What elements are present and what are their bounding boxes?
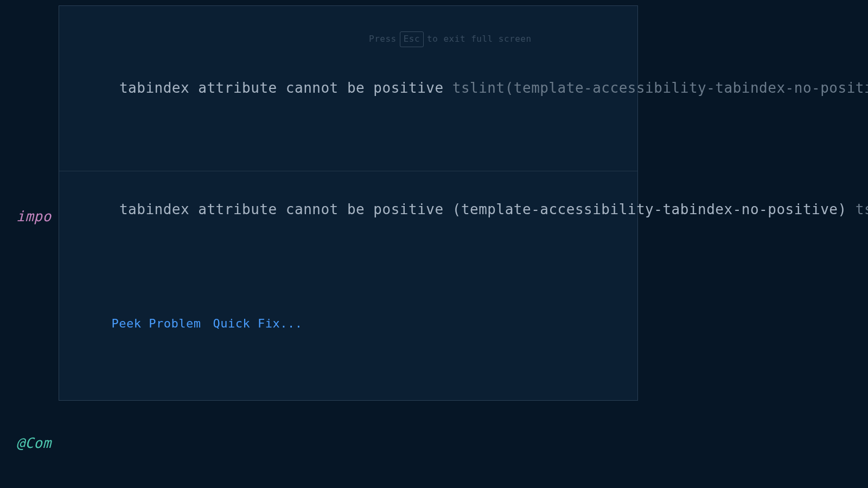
esc-key-icon: Esc	[400, 31, 424, 47]
peek-problem-link[interactable]: Peek Problem	[111, 317, 201, 330]
diagnostic-actions: Peek ProblemQuick Fix...	[59, 293, 637, 357]
diagnostic-source: tslint(template-accessibility-tabindex-n…	[452, 80, 868, 96]
diagnostic-text: tabindex attribute cannot be positive (t…	[119, 201, 856, 217]
fullscreen-exit-hint: Press Esc to exit full screen	[369, 31, 532, 47]
hint-press: Press	[369, 33, 397, 46]
decorator: @Com	[16, 432, 52, 454]
quick-fix-link[interactable]: Quick Fix...	[213, 317, 302, 330]
hover-diagnostic-popup: tabindex attribute cannot be positive ts…	[59, 5, 638, 401]
keyword-import: impo	[16, 206, 52, 227]
diagnostic-source: tslint(1)	[856, 201, 868, 217]
diagnostic-message-2: tabindex attribute cannot be positive (t…	[59, 171, 637, 249]
hint-rest: to exit full screen	[427, 33, 532, 46]
diagnostic-text: tabindex attribute cannot be positive	[119, 80, 452, 96]
diagnostic-message-1: tabindex attribute cannot be positive ts…	[59, 50, 637, 127]
code-line[interactable]: @Com	[16, 430, 868, 456]
code-editor[interactable]: tabindex attribute cannot be positive ts…	[0, 0, 868, 488]
